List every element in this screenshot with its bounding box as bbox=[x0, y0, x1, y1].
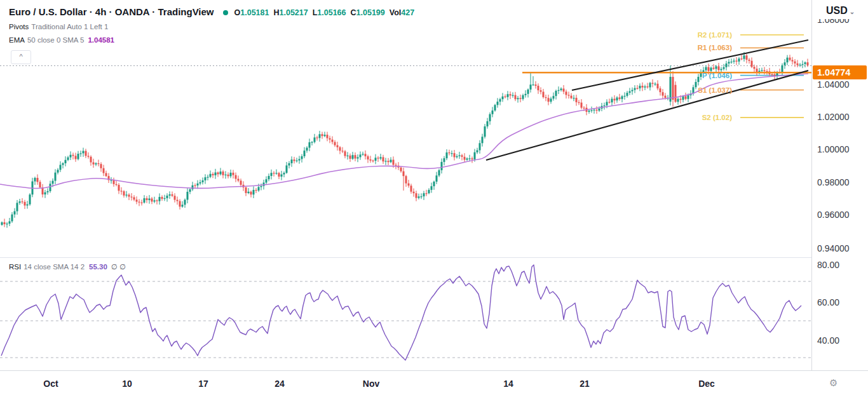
price-chart-canvas bbox=[0, 0, 811, 257]
rsi-indicator-name: RSI bbox=[9, 263, 21, 271]
ohlc-item: C1.05199 bbox=[351, 8, 385, 17]
price-pane[interactable]: Euro / U.S. Dollar · 4h · OANDA · Tradin… bbox=[0, 0, 811, 257]
rsi-chart-canvas bbox=[0, 257, 811, 370]
currency-selector[interactable]: USD⌄ bbox=[812, 0, 868, 19]
axis-price-label: 40.00 bbox=[817, 335, 839, 346]
time-axis[interactable]: Oct101724Nov1421Dec ⚙ bbox=[0, 370, 868, 397]
last-price-tag: 1.04774 bbox=[813, 65, 867, 79]
axis-price-label: 60.00 bbox=[817, 297, 839, 307]
axis-price-label: 0.94000 bbox=[817, 243, 850, 253]
pivot-level-label: S2 (1.02) bbox=[702, 114, 732, 121]
pivot-level-label: R1 (1.063) bbox=[698, 44, 732, 51]
time-axis-label: 24 bbox=[275, 379, 285, 389]
rsi-ma-placeholders: ∅ ∅ bbox=[111, 263, 126, 271]
tradingview-chart-window: Euro / U.S. Dollar · 4h · OANDA · Tradin… bbox=[0, 0, 868, 397]
pivots-indicator-legend[interactable]: PivotsTraditional Auto 1 Left 1 bbox=[9, 23, 108, 30]
time-axis-label: Oct bbox=[43, 379, 58, 389]
ohlc-item: Vol427 bbox=[390, 8, 414, 17]
axis-price-label: 1.02000 bbox=[817, 112, 850, 122]
time-axis-label: 21 bbox=[580, 379, 590, 389]
series-status-dot bbox=[223, 10, 228, 15]
pivots-indicator-params: Traditional Auto 1 Left 1 bbox=[31, 23, 108, 30]
ema-indicator-legend[interactable]: EMA50 close 0 SMA 51.04581 bbox=[9, 36, 114, 44]
ohlc-item: H1.05217 bbox=[273, 8, 308, 17]
pane-divider[interactable] bbox=[0, 257, 868, 258]
ohlc-values: O1.05181H1.05217L1.05166C1.05199Vol427 bbox=[234, 6, 419, 17]
pivots-indicator-name: Pivots bbox=[9, 23, 29, 30]
currency-label: USD bbox=[826, 5, 848, 16]
symbol-title: Euro / U.S. Dollar · 4h · OANDA · Tradin… bbox=[9, 6, 214, 17]
pivot-level-label: R2 (1.071) bbox=[698, 31, 732, 39]
rsi-indicator-value: 55.30 bbox=[89, 263, 107, 271]
ohlc-item: O1.05181 bbox=[234, 8, 269, 17]
axis-price-label: 80.00 bbox=[817, 260, 839, 270]
axis-price-label: 0.98000 bbox=[817, 177, 850, 187]
price-axis[interactable]: USD⌄ 1.080001.040001.020001.000000.98000… bbox=[811, 0, 868, 397]
collapse-legend-button[interactable]: ^ bbox=[11, 50, 31, 64]
symbol-legend[interactable]: Euro / U.S. Dollar · 4h · OANDA · Tradin… bbox=[9, 6, 419, 17]
axis-price-label: 1.00000 bbox=[817, 144, 850, 154]
ema-indicator-name: EMA bbox=[9, 36, 25, 44]
axis-price-label: 0.96000 bbox=[817, 210, 850, 220]
pivot-level-label: S1 (1.037) bbox=[698, 86, 732, 94]
rsi-pane[interactable]: RSI14 close SMA 14 255.30∅ ∅ bbox=[0, 257, 811, 370]
pivot-level-label: P (1.046) bbox=[702, 72, 732, 79]
rsi-indicator-params: 14 close SMA 14 2 bbox=[24, 263, 85, 271]
time-axis-label: Nov bbox=[363, 379, 379, 389]
time-axis-label: 14 bbox=[503, 379, 513, 389]
ohlc-item: L1.05166 bbox=[313, 8, 346, 17]
time-axis-label: 17 bbox=[198, 379, 208, 389]
chevron-down-icon: ⌄ bbox=[850, 8, 855, 15]
time-axis-label: 10 bbox=[122, 379, 132, 389]
axis-price-label: 1.04000 bbox=[817, 79, 850, 90]
rsi-indicator-legend[interactable]: RSI14 close SMA 14 255.30∅ ∅ bbox=[9, 262, 126, 271]
ema-indicator-value: 1.04581 bbox=[88, 36, 114, 44]
gear-icon[interactable]: ⚙ bbox=[829, 377, 837, 389]
ema-indicator-params: 50 close 0 SMA 5 bbox=[27, 36, 85, 44]
time-axis-label: Dec bbox=[698, 379, 715, 389]
